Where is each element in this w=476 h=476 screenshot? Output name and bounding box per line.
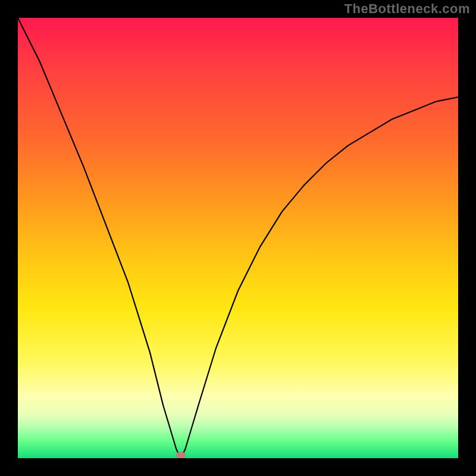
chart-frame: TheBottleneck.com (0, 0, 476, 476)
bottleneck-curve (18, 18, 458, 458)
curve-path (18, 18, 458, 458)
plot-area (18, 18, 458, 458)
watermark-text: TheBottleneck.com (345, 1, 470, 17)
minimum-point-marker (176, 452, 186, 458)
